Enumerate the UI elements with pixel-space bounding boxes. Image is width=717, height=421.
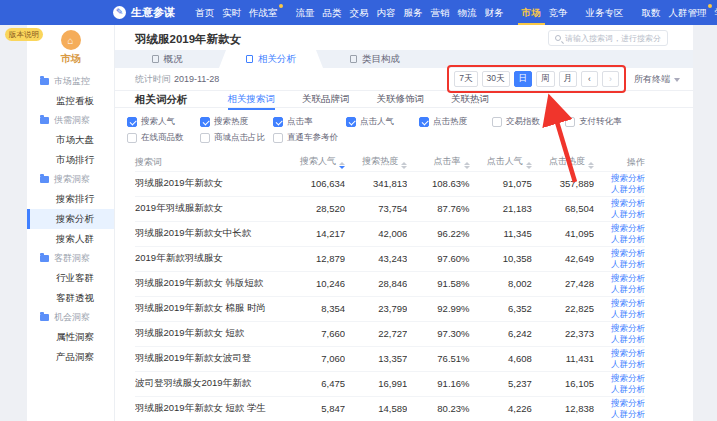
search-analysis-link[interactable]: 搜索分析 xyxy=(594,223,645,234)
sort-icon[interactable] xyxy=(401,162,407,169)
group-supply-demand: 供需洞察 xyxy=(27,111,114,130)
nav-war-room[interactable]: 作战室 xyxy=(245,0,282,25)
sidebar-item-product-insight[interactable]: 产品洞察 xyxy=(27,347,114,367)
sort-icon-active[interactable] xyxy=(339,162,345,169)
sidebar-item-search-analysis-active[interactable]: 搜索分析 xyxy=(27,209,114,229)
subtab-related-hot-words[interactable]: 关联热词 xyxy=(451,93,489,108)
col-actions: 操作 xyxy=(594,154,645,171)
audience-analysis-link[interactable]: 人群分析 xyxy=(594,234,645,245)
subtab-related-brand-words[interactable]: 关联品牌词 xyxy=(302,93,350,108)
nav-market-active[interactable]: 市场 xyxy=(518,0,545,25)
col-search-popularity-sorted[interactable]: 搜索人气 xyxy=(283,154,345,171)
checkbox-icon xyxy=(492,117,502,127)
search-analysis-link[interactable]: 搜索分析 xyxy=(594,323,645,334)
keyword-cell: 2019年羽绒服新款女 xyxy=(135,196,283,221)
nav-service[interactable]: 服务 xyxy=(400,0,427,25)
metric-click-heat[interactable]: 点击热度 xyxy=(419,116,492,128)
nav-content[interactable]: 内容 xyxy=(373,0,400,25)
sort-icon[interactable] xyxy=(464,162,470,169)
group-opportunity-insight: 机会洞察 xyxy=(27,308,114,327)
nav-audience-mgmt[interactable]: 人群管理 xyxy=(665,0,711,25)
nav-data-fetch[interactable]: 取数 xyxy=(638,0,665,25)
metric-mall-click-share[interactable]: 商城点击占比 xyxy=(200,132,273,144)
search-input[interactable] xyxy=(565,34,661,43)
nav-academy[interactable]: 学院 xyxy=(711,0,717,25)
keyword-cell: 羽绒服2019年新款女 韩版短款 xyxy=(135,271,283,296)
version-badge[interactable]: 版本说明 xyxy=(5,28,43,41)
table-row: 2019年羽绒服新款女28,52073,75487.76%21,18368,50… xyxy=(135,196,645,221)
search-analysis-link[interactable]: 搜索分析 xyxy=(594,273,645,284)
tab-category-composition[interactable]: 类目构成 xyxy=(323,50,427,68)
metric-search-heat[interactable]: 搜索热度 xyxy=(200,116,273,128)
audience-analysis-link[interactable]: 人群分析 xyxy=(594,209,645,220)
metric-ztc-reference-price[interactable]: 直通车参考价 xyxy=(273,132,346,144)
audience-analysis-link[interactable]: 人群分析 xyxy=(594,409,645,420)
checkbox-icon xyxy=(565,117,575,127)
sidebar-item-search-audience[interactable]: 搜索人群 xyxy=(27,229,114,249)
audience-analysis-link[interactable]: 人群分析 xyxy=(594,359,645,370)
metric-payment-conversion[interactable]: 支付转化率 xyxy=(565,116,638,128)
tab-related-analysis-active[interactable]: 相关分析 xyxy=(219,50,323,68)
folder-icon xyxy=(40,176,49,183)
metric-click-popularity[interactable]: 点击人气 xyxy=(346,116,419,128)
search-analysis-link[interactable]: 搜索分析 xyxy=(594,173,645,184)
audience-analysis-link[interactable]: 人群分析 xyxy=(594,334,645,345)
sidebar-item-audience-perspective[interactable]: 客群透视 xyxy=(27,288,114,308)
sidebar-item-market-ranking[interactable]: 市场排行 xyxy=(27,150,114,170)
search-analysis-link[interactable]: 搜索分析 xyxy=(594,373,645,384)
sort-icon[interactable] xyxy=(588,162,594,169)
granularity-month-button[interactable]: 月 xyxy=(559,71,578,87)
metric-online-products[interactable]: 在线商品数 xyxy=(127,132,200,144)
search-analysis-link[interactable]: 搜索分析 xyxy=(594,248,645,259)
nav-logistics[interactable]: 物流 xyxy=(454,0,481,25)
range-7d-button[interactable]: 7天 xyxy=(454,71,477,87)
nav-competition[interactable]: 竞争 xyxy=(545,0,572,25)
search-analysis-link[interactable]: 搜索分析 xyxy=(594,398,645,409)
stat-time-value: 2019-11-28 xyxy=(174,74,219,84)
sidebar-item-industry-audience[interactable]: 行业客群 xyxy=(27,268,114,288)
table-row: 羽绒服2019年新款女 短款7,66022,72797.30%6,24222,3… xyxy=(135,321,645,346)
sidebar-item-monitor-board[interactable]: 监控看板 xyxy=(27,91,114,111)
audience-analysis-link[interactable]: 人群分析 xyxy=(594,384,645,395)
col-search-heat[interactable]: 搜索热度 xyxy=(345,154,407,171)
brand[interactable]: ✎ 生意参谋 xyxy=(113,5,175,20)
analysis-header: 相关词分析 相关搜索词 关联品牌词 关联修饰词 关联热词 xyxy=(115,91,693,108)
nav-category[interactable]: 品类 xyxy=(319,0,346,25)
sidebar-item-market-overview[interactable]: 市场大盘 xyxy=(27,130,114,150)
metric-click-rate[interactable]: 点击率 xyxy=(273,116,346,128)
col-click-rate[interactable]: 点击率 xyxy=(407,154,469,171)
search-analysis-link[interactable]: 搜索分析 xyxy=(594,348,645,359)
granularity-day-button-active[interactable]: 日 xyxy=(514,71,533,87)
col-click-heat[interactable]: 点击热度 xyxy=(532,154,594,171)
prev-date-button[interactable]: ‹ xyxy=(581,71,598,87)
search-box[interactable] xyxy=(548,30,668,46)
nav-traffic[interactable]: 流量 xyxy=(292,0,319,25)
nav-finance[interactable]: 财务 xyxy=(481,0,508,25)
granularity-week-button[interactable]: 周 xyxy=(536,71,555,87)
subtab-related-search-words-active[interactable]: 相关搜索词 xyxy=(228,93,276,108)
search-analysis-link[interactable]: 搜索分析 xyxy=(594,198,645,209)
terminal-filter-dropdown[interactable]: 所有终端 xyxy=(634,73,680,86)
range-30d-button[interactable]: 30天 xyxy=(482,71,510,87)
col-click-popularity[interactable]: 点击人气 xyxy=(470,154,532,171)
sidebar-item-attribute-insight[interactable]: 属性洞察 xyxy=(27,327,114,347)
next-date-button[interactable]: › xyxy=(602,71,619,87)
nav-home[interactable]: 首页 xyxy=(191,0,218,25)
nav-marketing[interactable]: 营销 xyxy=(427,0,454,25)
nav-business-zone[interactable]: 业务专区 xyxy=(582,0,628,25)
metric-trade-index[interactable]: 交易指数 xyxy=(492,116,565,128)
document-icon xyxy=(350,55,357,63)
audience-analysis-link[interactable]: 人群分析 xyxy=(594,259,645,270)
audience-analysis-link[interactable]: 人群分析 xyxy=(594,284,645,295)
search-analysis-link[interactable]: 搜索分析 xyxy=(594,298,645,309)
nav-realtime[interactable]: 实时 xyxy=(218,0,245,25)
tab-overview[interactable]: 概况 xyxy=(115,50,219,68)
sidebar-menu: 市场监控 监控看板 供需洞察 市场大盘 市场排行 搜索洞察 搜索排行 搜索分析 … xyxy=(27,70,114,367)
nav-trade[interactable]: 交易 xyxy=(346,0,373,25)
sort-icon[interactable] xyxy=(526,162,532,169)
audience-analysis-link[interactable]: 人群分析 xyxy=(594,184,645,195)
sidebar-item-search-ranking[interactable]: 搜索排行 xyxy=(27,189,114,209)
metric-search-popularity[interactable]: 搜索人气 xyxy=(127,116,200,128)
subtab-related-modifier-words[interactable]: 关联修饰词 xyxy=(377,93,425,108)
audience-analysis-link[interactable]: 人群分析 xyxy=(594,309,645,320)
